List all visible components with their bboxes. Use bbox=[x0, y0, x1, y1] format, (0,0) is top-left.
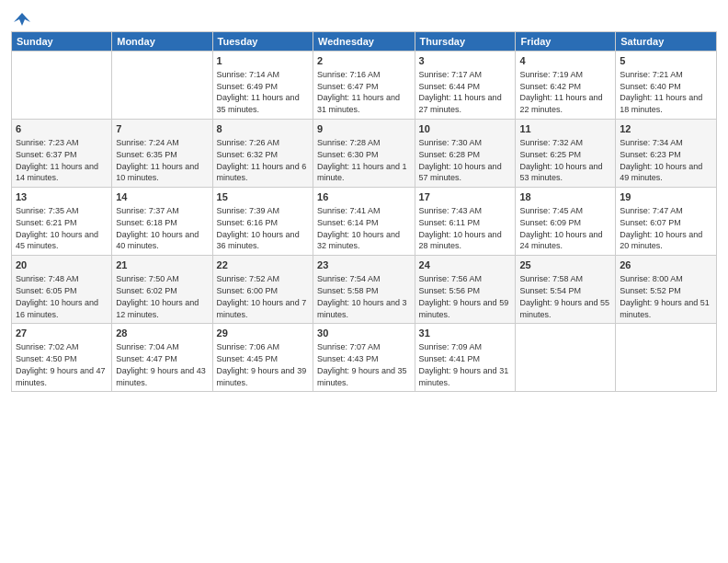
day-info: Sunrise: 7:54 AMSunset: 5:58 PMDaylight:… bbox=[317, 274, 407, 318]
calendar-cell: 17Sunrise: 7:43 AMSunset: 6:11 PMDayligh… bbox=[415, 188, 516, 256]
weekday-header-thursday: Thursday bbox=[415, 32, 516, 52]
day-number: 31 bbox=[419, 327, 512, 340]
calendar-cell: 21Sunrise: 7:50 AMSunset: 6:02 PMDayligh… bbox=[112, 256, 212, 324]
day-info: Sunrise: 7:14 AMSunset: 6:49 PMDaylight:… bbox=[217, 70, 300, 114]
calendar-cell bbox=[12, 52, 112, 120]
day-number: 23 bbox=[317, 259, 411, 272]
day-number: 8 bbox=[217, 122, 309, 136]
calendar-cell: 8Sunrise: 7:26 AMSunset: 6:32 PMDaylight… bbox=[212, 120, 313, 188]
day-number: 28 bbox=[116, 327, 208, 340]
weekday-header-wednesday: Wednesday bbox=[313, 32, 415, 52]
day-info: Sunrise: 7:43 AMSunset: 6:11 PMDaylight:… bbox=[419, 206, 502, 250]
calendar-cell: 3Sunrise: 7:17 AMSunset: 6:44 PMDaylight… bbox=[415, 52, 516, 120]
calendar-cell: 1Sunrise: 7:14 AMSunset: 6:49 PMDaylight… bbox=[212, 52, 313, 120]
calendar-cell: 31Sunrise: 7:09 AMSunset: 4:41 PMDayligh… bbox=[415, 324, 516, 392]
day-info: Sunrise: 7:04 AMSunset: 4:47 PMDaylight:… bbox=[116, 342, 206, 386]
logo bbox=[11, 9, 32, 26]
day-number: 12 bbox=[620, 122, 712, 136]
calendar-cell: 7Sunrise: 7:24 AMSunset: 6:35 PMDaylight… bbox=[112, 120, 212, 188]
calendar-page: SundayMondayTuesdayWednesdayThursdayFrid… bbox=[0, 0, 728, 563]
calendar-cell: 6Sunrise: 7:23 AMSunset: 6:37 PMDaylight… bbox=[12, 120, 112, 188]
logo-bird-icon bbox=[12, 9, 32, 29]
day-info: Sunrise: 7:28 AMSunset: 6:30 PMDaylight:… bbox=[317, 138, 407, 182]
day-number: 21 bbox=[116, 259, 208, 272]
weekday-header-monday: Monday bbox=[112, 32, 212, 52]
day-info: Sunrise: 7:21 AMSunset: 6:40 PMDaylight:… bbox=[620, 70, 702, 114]
calendar-cell: 23Sunrise: 7:54 AMSunset: 5:58 PMDayligh… bbox=[313, 256, 415, 324]
day-info: Sunrise: 7:39 AMSunset: 6:16 PMDaylight:… bbox=[217, 206, 300, 250]
day-number: 22 bbox=[217, 259, 309, 272]
weekday-header-friday: Friday bbox=[516, 32, 616, 52]
day-number: 19 bbox=[620, 190, 712, 204]
day-number: 25 bbox=[519, 259, 611, 272]
day-number: 14 bbox=[116, 190, 208, 204]
calendar-cell: 12Sunrise: 7:34 AMSunset: 6:23 PMDayligh… bbox=[616, 120, 717, 188]
calendar-week-4: 20Sunrise: 7:48 AMSunset: 6:05 PMDayligh… bbox=[12, 256, 717, 324]
day-info: Sunrise: 7:41 AMSunset: 6:14 PMDaylight:… bbox=[317, 206, 400, 250]
day-info: Sunrise: 7:35 AMSunset: 6:21 PMDaylight:… bbox=[16, 206, 98, 250]
day-number: 17 bbox=[419, 190, 512, 204]
day-info: Sunrise: 7:32 AMSunset: 6:25 PMDaylight:… bbox=[519, 138, 602, 182]
day-number: 20 bbox=[16, 259, 108, 272]
day-number: 6 bbox=[16, 122, 108, 136]
calendar-cell: 16Sunrise: 7:41 AMSunset: 6:14 PMDayligh… bbox=[313, 188, 415, 256]
calendar-cell: 10Sunrise: 7:30 AMSunset: 6:28 PMDayligh… bbox=[415, 120, 516, 188]
calendar-cell: 15Sunrise: 7:39 AMSunset: 6:16 PMDayligh… bbox=[212, 188, 313, 256]
day-number: 16 bbox=[317, 190, 411, 204]
day-info: Sunrise: 7:09 AMSunset: 4:41 PMDaylight:… bbox=[419, 342, 509, 386]
day-number: 26 bbox=[620, 259, 712, 272]
day-number: 4 bbox=[519, 54, 611, 68]
calendar-cell bbox=[516, 324, 616, 392]
day-info: Sunrise: 7:23 AMSunset: 6:37 PMDaylight:… bbox=[16, 138, 98, 182]
day-number: 2 bbox=[317, 54, 411, 68]
day-info: Sunrise: 7:37 AMSunset: 6:18 PMDaylight:… bbox=[116, 206, 199, 250]
calendar-cell: 13Sunrise: 7:35 AMSunset: 6:21 PMDayligh… bbox=[12, 188, 112, 256]
calendar-cell: 25Sunrise: 7:58 AMSunset: 5:54 PMDayligh… bbox=[516, 256, 616, 324]
calendar-cell: 9Sunrise: 7:28 AMSunset: 6:30 PMDaylight… bbox=[313, 120, 415, 188]
day-info: Sunrise: 7:16 AMSunset: 6:47 PMDaylight:… bbox=[317, 70, 400, 114]
calendar-table: SundayMondayTuesdayWednesdayThursdayFrid… bbox=[11, 31, 717, 392]
day-info: Sunrise: 7:30 AMSunset: 6:28 PMDaylight:… bbox=[419, 138, 502, 182]
calendar-week-5: 27Sunrise: 7:02 AMSunset: 4:50 PMDayligh… bbox=[12, 324, 717, 392]
day-number: 13 bbox=[16, 190, 108, 204]
day-info: Sunrise: 7:06 AMSunset: 4:45 PMDaylight:… bbox=[217, 342, 307, 386]
day-info: Sunrise: 7:34 AMSunset: 6:23 PMDaylight:… bbox=[620, 138, 702, 182]
calendar-cell: 26Sunrise: 8:00 AMSunset: 5:52 PMDayligh… bbox=[616, 256, 717, 324]
day-info: Sunrise: 7:17 AMSunset: 6:44 PMDaylight:… bbox=[419, 70, 502, 114]
weekday-header-tuesday: Tuesday bbox=[212, 32, 313, 52]
day-info: Sunrise: 7:58 AMSunset: 5:54 PMDaylight:… bbox=[519, 274, 609, 318]
day-info: Sunrise: 7:26 AMSunset: 6:32 PMDaylight:… bbox=[217, 138, 307, 182]
svg-marker-0 bbox=[14, 13, 30, 26]
day-number: 11 bbox=[519, 122, 611, 136]
calendar-cell: 29Sunrise: 7:06 AMSunset: 4:45 PMDayligh… bbox=[212, 324, 313, 392]
day-number: 7 bbox=[116, 122, 208, 136]
calendar-cell: 5Sunrise: 7:21 AMSunset: 6:40 PMDaylight… bbox=[616, 52, 717, 120]
day-number: 3 bbox=[419, 54, 512, 68]
calendar-cell: 4Sunrise: 7:19 AMSunset: 6:42 PMDaylight… bbox=[516, 52, 616, 120]
calendar-cell: 20Sunrise: 7:48 AMSunset: 6:05 PMDayligh… bbox=[12, 256, 112, 324]
calendar-cell: 30Sunrise: 7:07 AMSunset: 4:43 PMDayligh… bbox=[313, 324, 415, 392]
header bbox=[11, 9, 717, 26]
calendar-header-row: SundayMondayTuesdayWednesdayThursdayFrid… bbox=[12, 32, 717, 52]
day-number: 15 bbox=[217, 190, 309, 204]
day-number: 5 bbox=[620, 54, 712, 68]
calendar-cell: 19Sunrise: 7:47 AMSunset: 6:07 PMDayligh… bbox=[616, 188, 717, 256]
calendar-cell: 2Sunrise: 7:16 AMSunset: 6:47 PMDaylight… bbox=[313, 52, 415, 120]
day-info: Sunrise: 7:47 AMSunset: 6:07 PMDaylight:… bbox=[620, 206, 702, 250]
calendar-cell: 27Sunrise: 7:02 AMSunset: 4:50 PMDayligh… bbox=[12, 324, 112, 392]
day-number: 24 bbox=[419, 259, 512, 272]
day-number: 9 bbox=[317, 122, 411, 136]
calendar-cell: 18Sunrise: 7:45 AMSunset: 6:09 PMDayligh… bbox=[516, 188, 616, 256]
day-number: 18 bbox=[519, 190, 611, 204]
calendar-cell: 14Sunrise: 7:37 AMSunset: 6:18 PMDayligh… bbox=[112, 188, 212, 256]
calendar-cell: 24Sunrise: 7:56 AMSunset: 5:56 PMDayligh… bbox=[415, 256, 516, 324]
calendar-cell: 11Sunrise: 7:32 AMSunset: 6:25 PMDayligh… bbox=[516, 120, 616, 188]
day-number: 27 bbox=[16, 327, 108, 340]
day-info: Sunrise: 7:45 AMSunset: 6:09 PMDaylight:… bbox=[519, 206, 602, 250]
calendar-week-2: 6Sunrise: 7:23 AMSunset: 6:37 PMDaylight… bbox=[12, 120, 717, 188]
day-info: Sunrise: 7:50 AMSunset: 6:02 PMDaylight:… bbox=[116, 274, 199, 318]
day-number: 10 bbox=[419, 122, 512, 136]
calendar-cell bbox=[616, 324, 717, 392]
day-info: Sunrise: 7:24 AMSunset: 6:35 PMDaylight:… bbox=[116, 138, 199, 182]
day-number: 30 bbox=[317, 327, 411, 340]
